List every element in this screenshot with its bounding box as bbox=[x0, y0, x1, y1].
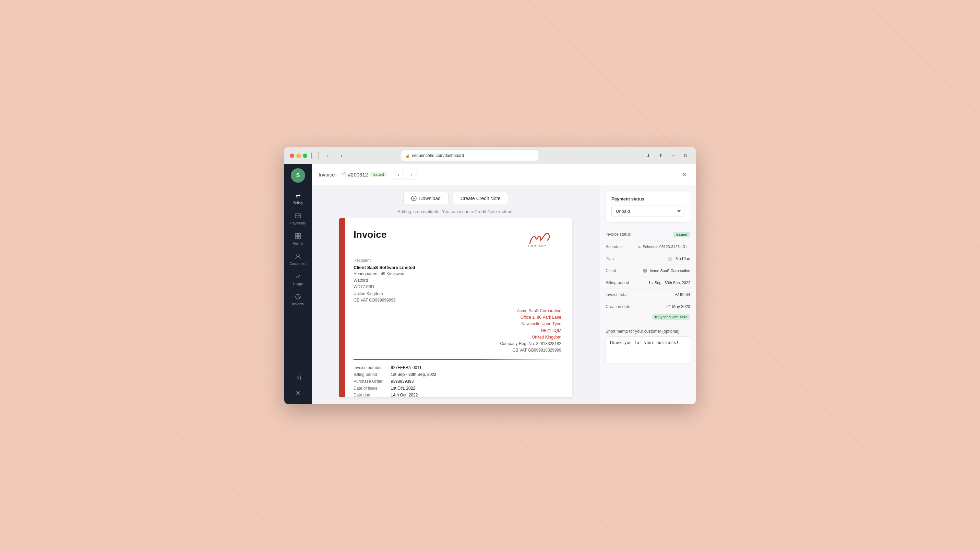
sidebar-label-usage: Usage bbox=[293, 282, 303, 286]
download-icon bbox=[411, 196, 417, 201]
field-label-issue: Date of issue bbox=[353, 386, 383, 391]
field-label-due: Date due bbox=[353, 393, 383, 397]
invoice-header: Invoice - 📄 #200312 Issued ‹ › ✕ bbox=[312, 164, 696, 185]
invoice-document: Invoice COMPANY bbox=[339, 218, 572, 397]
avatar[interactable]: S bbox=[291, 168, 305, 183]
invoice-fields: Invoice number 927FEBBA-0011 Billing per… bbox=[353, 365, 561, 397]
memo-textarea[interactable] bbox=[606, 337, 690, 364]
invoice-accent-bar bbox=[339, 218, 345, 397]
sidebar-item-insights[interactable]: Insights bbox=[284, 289, 312, 310]
svg-rect-3 bbox=[298, 233, 301, 236]
details-section: Invoice status Issued Schedule ▶ Schedul… bbox=[606, 228, 690, 324]
recipient-name: Client SaaS Software Limited bbox=[353, 265, 561, 270]
memo-title: Short memo for your customer (optional) bbox=[606, 329, 690, 334]
browser-share-btn[interactable]: ⬆ bbox=[656, 151, 665, 160]
sidebar-item-payments[interactable]: Payments bbox=[284, 208, 312, 229]
sidebar-label-pricing: Pricing bbox=[293, 241, 304, 245]
settings-btn[interactable] bbox=[291, 386, 305, 400]
detail-row-billing-period: Billing period 1st Sep - 30th Sep, 2022 bbox=[606, 277, 690, 289]
invoice-divider bbox=[353, 359, 561, 360]
invoice-content: Invoice COMPANY bbox=[345, 218, 572, 397]
synced-dot bbox=[655, 316, 657, 318]
invoice-doc-title-area: Invoice bbox=[353, 229, 387, 240]
invoice-total-value: £199.44 bbox=[676, 292, 690, 297]
creation-date-label: Creation date bbox=[606, 304, 630, 309]
invoice-status-value: Issued bbox=[673, 232, 690, 237]
billing-period-value: 1st Sep - 30th Sep, 2022 bbox=[648, 281, 690, 285]
recipient-address: Headquarters, 49 Kingsway Watford WD77 0… bbox=[353, 271, 561, 303]
browser-chrome: ‹ › 🔒 sequencehq.com/dashboard ⬇ ⬆ + ⧉ bbox=[284, 147, 696, 164]
field-value-billing: 1st Sep - 30th Sep, 2022 bbox=[391, 372, 561, 377]
sidebar-item-usage[interactable]: Usage bbox=[284, 269, 312, 289]
sidebar-bottom bbox=[291, 371, 305, 400]
field-value-due: 14th Oct, 2022 bbox=[391, 393, 561, 397]
customers-icon bbox=[294, 252, 302, 260]
sidebar-item-pricing[interactable]: Pricing bbox=[284, 229, 312, 249]
download-button[interactable]: Download bbox=[403, 192, 449, 205]
field-value-po: 9393939393 bbox=[391, 379, 561, 384]
sidebar-label-payments: Payments bbox=[290, 221, 305, 225]
sender-info: Acme SaaS Corporation Office 1, 86 Park … bbox=[353, 308, 561, 354]
invoice-title: Invoice - 📄 #200312 Issued bbox=[318, 171, 387, 178]
invoice-issued-badge: Issued bbox=[370, 171, 387, 177]
svg-rect-5 bbox=[298, 237, 301, 239]
invoice-status-badge: Issued bbox=[673, 232, 690, 237]
sidebar-item-billing[interactable]: ⇄ Billing bbox=[284, 188, 312, 208]
sidebar-toggle-btn[interactable] bbox=[311, 152, 319, 159]
right-panel: Payment status UnpaidPaidOverdue Invoice… bbox=[600, 185, 696, 404]
field-label-number: Invoice number bbox=[353, 365, 383, 370]
recipient-section: Recipient Client SaaS Software Limited H… bbox=[353, 258, 561, 303]
detail-row-invoice-status: Invoice status Issued bbox=[606, 228, 690, 241]
sidebar-label-billing: Billing bbox=[294, 201, 303, 205]
url-bar[interactable]: 🔒 sequencehq.com/dashboard bbox=[401, 151, 538, 161]
browser-action-buttons: ⬇ ⬆ + ⧉ bbox=[644, 151, 690, 160]
browser-window: ‹ › 🔒 sequencehq.com/dashboard ⬇ ⬆ + ⧉ S… bbox=[284, 147, 696, 404]
billing-icon: ⇄ bbox=[294, 192, 302, 200]
sidebar: S ⇄ Billing Payments bbox=[284, 164, 312, 404]
invoice-doc-title: Invoice bbox=[353, 229, 387, 240]
svg-point-6 bbox=[297, 254, 299, 257]
create-credit-note-button[interactable]: Create Credit Note bbox=[453, 192, 509, 205]
sidebar-item-customers[interactable]: Customers bbox=[284, 249, 312, 269]
browser-download-btn[interactable]: ⬇ bbox=[644, 151, 653, 160]
pricing-icon bbox=[294, 232, 302, 240]
insights-icon bbox=[294, 293, 302, 301]
traffic-light-green[interactable] bbox=[303, 154, 307, 158]
prev-invoice-btn[interactable]: ‹ bbox=[393, 169, 404, 180]
recipient-label: Recipient bbox=[353, 258, 561, 263]
browser-tabs-btn[interactable]: ⧉ bbox=[681, 151, 690, 160]
creation-date-value: 21 May 2023 bbox=[667, 304, 690, 309]
field-label-billing: Billing period bbox=[353, 372, 383, 377]
detail-row-plan: Plan Pro Plan bbox=[606, 253, 690, 265]
detail-row-client: Client Acme SaaS Corporation bbox=[606, 265, 690, 277]
main-content: Invoice - 📄 #200312 Issued ‹ › ✕ bbox=[312, 164, 696, 404]
billing-period-label: Billing period bbox=[606, 280, 629, 285]
schedule-value: ▶ Schedule 05123-3123a-31... bbox=[638, 245, 690, 249]
payment-status-select[interactable]: UnpaidPaidOverdue bbox=[611, 206, 684, 217]
schedule-label: Schedule bbox=[606, 244, 623, 249]
browser-back-btn[interactable]: ‹ bbox=[323, 151, 332, 160]
traffic-light-yellow[interactable] bbox=[296, 154, 301, 158]
app: S ⇄ Billing Payments bbox=[284, 164, 696, 404]
browser-forward-btn[interactable]: › bbox=[337, 151, 346, 160]
close-btn[interactable]: ✕ bbox=[679, 170, 689, 179]
svg-rect-0 bbox=[295, 214, 301, 218]
next-invoice-btn[interactable]: › bbox=[406, 169, 417, 180]
action-buttons: Download Create Credit Note bbox=[403, 192, 509, 205]
browser-new-tab-btn[interactable]: + bbox=[668, 151, 678, 160]
url-text: sequencehq.com/dashboard bbox=[412, 153, 464, 158]
client-avatar-icon bbox=[643, 268, 647, 273]
logout-btn[interactable] bbox=[291, 371, 305, 385]
lock-icon: 🔒 bbox=[405, 154, 410, 158]
content-area: Download Create Credit Note Editing is u… bbox=[312, 185, 696, 404]
payment-status-card: Payment status UnpaidPaidOverdue bbox=[606, 191, 690, 223]
traffic-light-red[interactable] bbox=[290, 154, 294, 158]
traffic-lights bbox=[290, 154, 307, 158]
detail-row-invoice-total: Invoice total £199.44 bbox=[606, 289, 690, 301]
field-value-issue: 1st Oct, 2022 bbox=[391, 386, 561, 391]
usage-icon bbox=[294, 272, 302, 281]
schedule-icon: ▶ bbox=[638, 245, 641, 249]
svg-text:COMPANY: COMPANY bbox=[528, 245, 547, 248]
client-value: Acme SaaS Corporation bbox=[643, 268, 690, 273]
detail-row-creation-date: Creation date 21 May 2023 Synced with Xe… bbox=[606, 301, 690, 324]
